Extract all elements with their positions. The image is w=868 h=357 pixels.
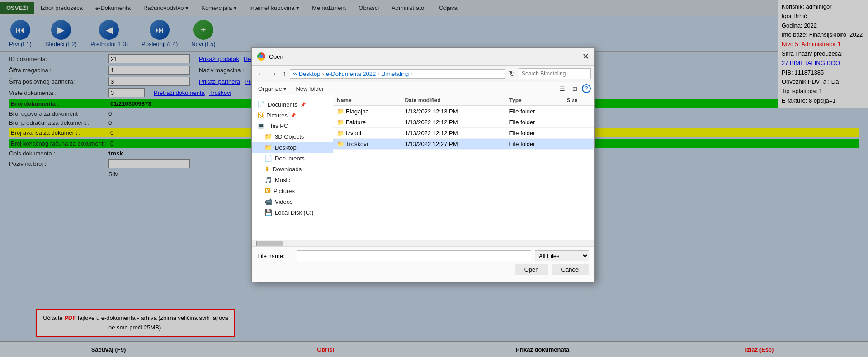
filetype-select[interactable]: All Files (535, 250, 589, 261)
disk-icon: 💾 (264, 209, 272, 216)
left-item-3d-objects[interactable]: 📁 3D Objects (252, 131, 333, 142)
table-row[interactable]: 📁Fakture 1/13/2022 12:12 PM File folder (333, 117, 594, 128)
left-item-local-disk[interactable]: 💾 Local Disk (C:) (252, 207, 333, 218)
view-icons: ☰ ⊞ ? (557, 84, 591, 93)
filename-input[interactable] (297, 250, 531, 261)
breadcrumb-edokumenta[interactable]: e-Dokumenta 2022 (326, 70, 376, 77)
open-button[interactable]: Open (515, 264, 548, 275)
left-item-pictures-pinned[interactable]: 🖼 Pictures 📌 (252, 110, 333, 121)
col-date[interactable]: Date modified (401, 95, 505, 106)
search-input[interactable] (519, 68, 591, 79)
dialog-body: 📄 Documents 📌 🖼 Pictures 📌 💻 This PC 📁 3… (252, 95, 594, 240)
folder-icon: 📁 (337, 119, 344, 126)
new-folder-button[interactable]: New folder (293, 85, 326, 93)
view-list-button[interactable]: ☰ (557, 85, 568, 93)
folder-icon: 📁 (337, 108, 344, 115)
breadcrumb-arrow: ›› (293, 70, 297, 77)
table-row[interactable]: 📁Troškovi 1/13/2022 12:27 PM File folder (333, 139, 594, 150)
chrome-icon (257, 52, 265, 61)
left-item-this-pc[interactable]: 💻 This PC (252, 121, 333, 131)
left-item-documents-sub[interactable]: 📄 Documents (252, 153, 333, 164)
folder-icon: 📁 (337, 141, 344, 147)
buttons-row: Open Cancel (257, 264, 589, 275)
col-type: Type (506, 95, 563, 106)
col-name[interactable]: Name (333, 95, 401, 106)
right-panel: Name Date modified Type Size 📁Blagajna 1… (333, 95, 594, 240)
folder-pictures-icon: 🖼 (264, 187, 271, 194)
music-icon: 🎵 (264, 176, 272, 183)
organize-button[interactable]: Organize ▾ (255, 85, 289, 93)
dialog-nav-bar: ← → ↑ ›› Desktop › e-Dokumenta 2022 › Bi… (252, 66, 594, 82)
folder-3d-icon: 📁 (264, 133, 272, 140)
dialog-titlebar: Open ✕ (252, 48, 594, 66)
folder-icon: 📁 (337, 130, 344, 136)
table-row[interactable]: 📁Blagajna 1/13/2022 12:13 PM File folder (333, 106, 594, 117)
left-item-videos[interactable]: 📹 Videos (252, 196, 333, 207)
nav-back-button[interactable]: ← (255, 69, 266, 79)
dialog-footer: File name: All Files Open Cancel (252, 246, 594, 282)
filename-label: File name: (257, 253, 293, 259)
video-icon: 📹 (264, 198, 272, 205)
col-size: Size (563, 95, 594, 106)
breadcrumb-desktop[interactable]: Desktop (299, 70, 321, 77)
file-table: Name Date modified Type Size 📁Blagajna 1… (333, 95, 594, 150)
table-row[interactable]: 📁Izvodi 1/13/2022 12:12 PM File folder (333, 128, 594, 139)
left-panel: 📄 Documents 📌 🖼 Pictures 📌 💻 This PC 📁 3… (252, 95, 333, 240)
dialog-close-button[interactable]: ✕ (582, 52, 589, 61)
left-item-downloads[interactable]: ⬇ Downloads (252, 164, 333, 174)
dialog-title-text: Open (257, 52, 283, 61)
left-item-documents-pinned[interactable]: 📄 Documents 📌 (252, 99, 333, 110)
breadcrumb-bimetaling[interactable]: Bimetaling (382, 70, 409, 77)
nav-forward-button[interactable]: → (268, 69, 279, 79)
dialog-title-label: Open (269, 53, 283, 60)
pc-icon: 💻 (257, 122, 264, 129)
horizontal-scrollbar[interactable] (252, 240, 594, 246)
open-file-dialog: Open ✕ ← → ↑ ›› Desktop › e-Dokumenta 20… (251, 47, 595, 282)
dialog-toolbar: Organize ▾ New folder ☰ ⊞ ? (252, 82, 594, 95)
folder-desktop-icon: 📁 (264, 144, 272, 151)
left-item-pictures-sub[interactable]: 🖼 Pictures (252, 185, 333, 196)
left-item-music[interactable]: 🎵 Music (252, 174, 333, 185)
folder-downloads-icon: ⬇ (264, 165, 270, 173)
breadcrumb[interactable]: ›› Desktop › e-Dokumenta 2022 › Bimetali… (290, 69, 505, 79)
cancel-button[interactable]: Cancel (552, 264, 589, 275)
folder-docs-icon: 📄 (264, 155, 272, 162)
nav-up-button[interactable]: ↑ (281, 69, 288, 79)
view-grid-button[interactable]: ⊞ (570, 85, 580, 93)
view-help-button[interactable]: ? (582, 84, 591, 93)
folder-icon: 📄 (257, 101, 265, 108)
left-item-desktop[interactable]: 📁 Desktop (252, 142, 333, 153)
scrollbar-thumb[interactable] (256, 241, 283, 246)
filename-row: File name: All Files (257, 250, 589, 261)
pictures-icon: 🖼 (257, 112, 264, 119)
nav-refresh-button[interactable]: ↻ (507, 69, 517, 79)
